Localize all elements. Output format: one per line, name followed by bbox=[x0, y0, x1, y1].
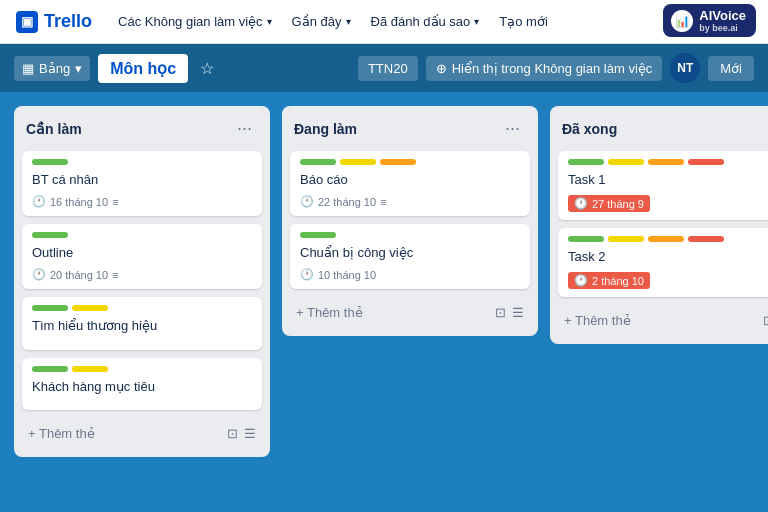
red-label bbox=[688, 159, 724, 165]
trello-logo-icon: ▣ bbox=[16, 11, 38, 33]
card-date-overdue: 🕐 27 tháng 9 bbox=[568, 195, 650, 212]
column-menu[interactable]: ··· bbox=[231, 116, 258, 141]
card-labels bbox=[300, 159, 520, 165]
board-content: Cần làm ··· BT cá nhân 🕐 16 tháng 10 ≡ O… bbox=[0, 92, 768, 471]
desc-icon: ≡ bbox=[112, 269, 118, 281]
share-icon: ⊕ bbox=[436, 61, 447, 76]
board-view-label: Bảng bbox=[39, 61, 70, 76]
card-meta: 🕐 20 tháng 10 ≡ bbox=[32, 268, 252, 281]
card-card-task2[interactable]: Task 2 🕐 2 tháng 10 bbox=[558, 228, 768, 297]
board-view-button[interactable]: ▦ Bảng ▾ bbox=[14, 56, 90, 81]
column-menu[interactable]: ··· bbox=[499, 116, 526, 141]
add-card-label: + Thêm thẻ bbox=[564, 313, 631, 328]
template-icon[interactable]: ⊡ bbox=[227, 426, 238, 441]
card-date-text: 16 tháng 10 bbox=[50, 196, 108, 208]
card-card-tim-hieu[interactable]: Tìm hiểu thương hiệu bbox=[22, 297, 262, 349]
display-label: Hiển thị trong Không gian làm việc bbox=[452, 61, 653, 76]
card-labels bbox=[300, 232, 520, 238]
card-icon[interactable]: ☰ bbox=[244, 426, 256, 441]
column-header: Cần làm ··· bbox=[22, 116, 262, 141]
card-meta: 🕐 2 tháng 10 bbox=[568, 272, 768, 289]
chevron-down-icon: ▾ bbox=[75, 61, 82, 76]
green-label bbox=[32, 366, 68, 372]
card-meta: 🕐 10 tháng 10 bbox=[300, 268, 520, 281]
clock-icon: 🕐 bbox=[32, 195, 46, 208]
card-title: Báo cáo bbox=[300, 171, 520, 189]
card-labels bbox=[568, 236, 768, 242]
board-bar: ▦ Bảng ▾ Môn học ☆ TTN20 ⊕ Hiển thị tron… bbox=[0, 44, 768, 92]
card-date-text: 10 tháng 10 bbox=[318, 269, 376, 281]
board-icon: ▦ bbox=[22, 61, 34, 76]
add-card-col-dang-lam[interactable]: + Thêm thẻ ⊡ ☰ bbox=[290, 297, 530, 328]
nav-create[interactable]: Tạo mới bbox=[489, 8, 558, 35]
card-date-text: 2 tháng 10 bbox=[592, 275, 644, 287]
card-labels bbox=[568, 159, 768, 165]
trello-logo-text: Trello bbox=[44, 11, 92, 32]
card-card-outline[interactable]: Outline 🕐 20 tháng 10 ≡ bbox=[22, 224, 262, 289]
clock-icon: 🕐 bbox=[300, 268, 314, 281]
card-date: 🕐 20 tháng 10 ≡ bbox=[32, 268, 119, 281]
yellow-label bbox=[72, 366, 108, 372]
card-card-bt[interactable]: BT cá nhân 🕐 16 tháng 10 ≡ bbox=[22, 151, 262, 216]
template-icon[interactable]: ⊡ bbox=[495, 305, 506, 320]
board-bar-right: TTN20 ⊕ Hiển thị trong Không gian làm vi… bbox=[358, 53, 754, 83]
avatar: NT bbox=[670, 53, 700, 83]
card-labels bbox=[32, 232, 252, 238]
yellow-label bbox=[608, 236, 644, 242]
nav-workspaces[interactable]: Các Không gian làm việc ▾ bbox=[108, 8, 282, 35]
new-button[interactable]: Mới bbox=[708, 56, 754, 81]
card-title: Task 1 bbox=[568, 171, 768, 189]
display-in-workspace-button[interactable]: ⊕ Hiển thị trong Không gian làm việc bbox=[426, 56, 663, 81]
add-card-col-da-xong[interactable]: + Thêm thẻ ⊡ ☰ bbox=[558, 305, 768, 336]
template-icon[interactable]: ⊡ bbox=[763, 313, 768, 328]
column-col-da-xong: Đã xong ··· Task 1 🕐 27 tháng 9 Task 2 🕐… bbox=[550, 106, 768, 344]
card-card-khach-hang[interactable]: Khách hàng mục tiêu bbox=[22, 358, 262, 410]
aivoice-icon: 📊 bbox=[671, 10, 693, 32]
chevron-down-icon: ▾ bbox=[346, 16, 351, 27]
aivoice-text: AIVoice by bee.ai bbox=[699, 8, 746, 33]
card-title: BT cá nhân bbox=[32, 171, 252, 189]
card-date-overdue: 🕐 2 tháng 10 bbox=[568, 272, 650, 289]
card-meta: 🕐 16 tháng 10 ≡ bbox=[32, 195, 252, 208]
card-card-chuan-bi[interactable]: Chuẩn bị công việc 🕐 10 tháng 10 bbox=[290, 224, 530, 289]
clock-icon: 🕐 bbox=[574, 197, 588, 210]
column-title: Cần làm bbox=[26, 121, 82, 137]
nav-recent[interactable]: Gần đây ▾ bbox=[282, 8, 361, 35]
green-label bbox=[568, 159, 604, 165]
chevron-down-icon: ▾ bbox=[474, 16, 479, 27]
column-col-dang-lam: Đang làm ··· Báo cáo 🕐 22 tháng 10 ≡ Chu… bbox=[282, 106, 538, 336]
star-button[interactable]: ☆ bbox=[196, 55, 218, 82]
add-card-icons: ⊡ ☰ bbox=[763, 313, 768, 328]
card-card-bao-cao[interactable]: Báo cáo 🕐 22 tháng 10 ≡ bbox=[290, 151, 530, 216]
desc-icon: ≡ bbox=[112, 196, 118, 208]
board-name: Môn học bbox=[98, 54, 188, 83]
nav-starred[interactable]: Đã đánh dấu sao ▾ bbox=[361, 8, 490, 35]
trello-logo[interactable]: ▣ Trello bbox=[16, 11, 92, 33]
column-title: Đang làm bbox=[294, 121, 357, 137]
column-header: Đang làm ··· bbox=[290, 116, 530, 141]
card-title: Tìm hiểu thương hiệu bbox=[32, 317, 252, 335]
card-date-text: 20 tháng 10 bbox=[50, 269, 108, 281]
card-icon[interactable]: ☰ bbox=[512, 305, 524, 320]
green-label bbox=[32, 232, 68, 238]
card-date-text: 27 tháng 9 bbox=[592, 198, 644, 210]
card-date: 🕐 22 tháng 10 ≡ bbox=[300, 195, 387, 208]
top-bar: ▣ Trello Các Không gian làm việc ▾ Gần đ… bbox=[0, 0, 768, 44]
nav-workspaces-label: Các Không gian làm việc bbox=[118, 14, 263, 29]
add-card-col-can-lam[interactable]: + Thêm thẻ ⊡ ☰ bbox=[22, 418, 262, 449]
nav-recent-label: Gần đây bbox=[292, 14, 342, 29]
card-labels bbox=[32, 366, 252, 372]
card-title: Khách hàng mục tiêu bbox=[32, 378, 252, 396]
yellow-label bbox=[340, 159, 376, 165]
green-label bbox=[300, 232, 336, 238]
add-card-icons: ⊡ ☰ bbox=[495, 305, 524, 320]
yellow-label bbox=[72, 305, 108, 311]
card-title: Outline bbox=[32, 244, 252, 262]
column-title: Đã xong bbox=[562, 121, 617, 137]
card-meta: 🕐 22 tháng 10 ≡ bbox=[300, 195, 520, 208]
aivoice-badge: 📊 AIVoice by bee.ai bbox=[663, 4, 756, 37]
add-card-icons: ⊡ ☰ bbox=[227, 426, 256, 441]
card-card-task1[interactable]: Task 1 🕐 27 tháng 9 bbox=[558, 151, 768, 220]
card-labels bbox=[32, 159, 252, 165]
nav-create-label: Tạo mới bbox=[499, 14, 548, 29]
